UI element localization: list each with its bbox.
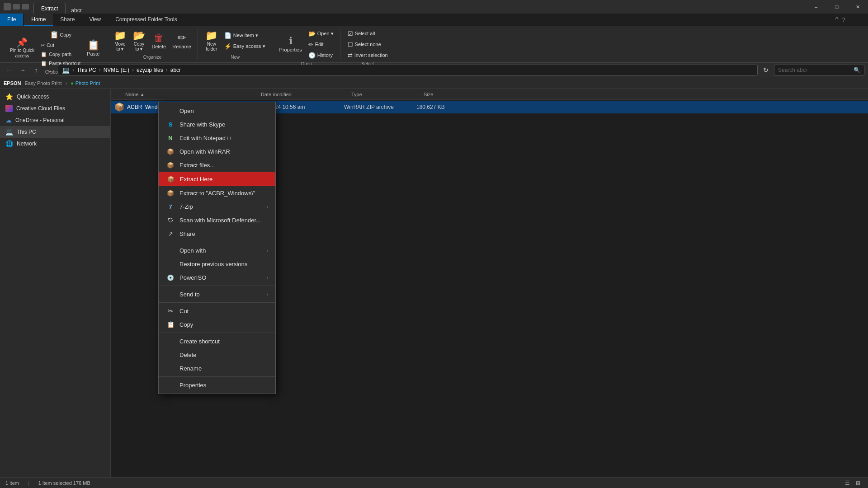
this-pc-label: This PC: [17, 129, 36, 135]
ctx-create-shortcut[interactable]: Create shortcut: [159, 334, 275, 348]
path-ezyzip[interactable]: ezyzip files: [137, 67, 163, 73]
search-placeholder: Search abcr: [778, 67, 807, 73]
titlebar-controls: – □ ✕: [806, 0, 868, 14]
cut-icon: ✂: [41, 42, 45, 48]
paste-icon: 📋: [87, 40, 99, 50]
epson-link[interactable]: ● Photo Print: [71, 80, 100, 86]
col-header-size[interactable]: Size: [422, 92, 467, 97]
ctx-share[interactable]: ↗ Share: [159, 227, 275, 240]
path-thispc[interactable]: This PC: [77, 67, 96, 73]
paste-button[interactable]: 📋 Paste: [84, 37, 102, 60]
history-button[interactable]: 🕓 History: [306, 51, 336, 60]
select-none-button[interactable]: ☐ Select none: [345, 40, 384, 49]
ribbon-group-organize: 📁 Moveto ▾ 📂 Copyto ▾ 🗑 Delete ✏ Rename …: [107, 29, 198, 60]
easy-access-button[interactable]: ⚡ Easy access ▾: [222, 42, 268, 51]
ribbon-group-clipboard: 📌 Pin to Quickaccess 📋 Copy ✂ Cut 📋 Copy…: [4, 29, 106, 60]
up-button[interactable]: ↑: [31, 65, 42, 75]
ctx-share-skype[interactable]: S Share with Skype: [159, 117, 275, 131]
sidebar-item-onedrive[interactable]: ☁ OneDrive - Personal: [0, 114, 110, 126]
ribbon-help-button[interactable]: ?: [842, 16, 845, 23]
pin-to-quick-access-button[interactable]: 📌 Pin to Quickaccess: [7, 37, 37, 60]
new-item-button[interactable]: 📄 New item ▾: [222, 31, 268, 40]
address-path[interactable]: 💻 › This PC › NVME (E:) › ezyzip files ›…: [58, 65, 758, 75]
copy-button[interactable]: 📋 Copy: [38, 29, 83, 41]
tab-compressed[interactable]: Compressed Folder Tools: [108, 14, 184, 26]
tab-view[interactable]: View: [82, 14, 108, 26]
ctx-scan-defender[interactable]: 🛡 Scan with Microsoft Defender...: [159, 213, 275, 227]
ctx-copy-icon: 📋: [166, 320, 175, 329]
select-all-button[interactable]: ☑ Select all: [345, 29, 378, 38]
ctx-delete[interactable]: Delete: [159, 348, 275, 361]
col-header-name[interactable]: Name ▲: [123, 92, 259, 97]
edit-button[interactable]: ✏ Edit: [306, 40, 336, 49]
ctx-extract-files[interactable]: 📦 Extract files...: [159, 158, 275, 172]
ctx-open-with[interactable]: Open with ›: [159, 244, 275, 257]
ctx-open-winrar[interactable]: 📦 Open with WinRAR: [159, 145, 275, 158]
ribbon-tabs: File Home Share View Compressed Folder T…: [0, 14, 868, 26]
ctx-extract-files-label: Extract files...: [179, 162, 268, 169]
props-icon: ℹ: [289, 36, 292, 46]
ctx-7zip[interactable]: 7 7-Zip ›: [159, 200, 275, 213]
copy-to-button[interactable]: 📂 Copyto ▾: [130, 29, 148, 53]
properties-button[interactable]: ℹ Properties: [277, 33, 305, 56]
close-button[interactable]: ✕: [847, 0, 868, 14]
forward-button[interactable]: →: [17, 65, 28, 75]
maximize-button[interactable]: □: [826, 0, 847, 14]
ctx-properties[interactable]: Properties: [159, 378, 275, 392]
sidebar-item-creative-cloud[interactable]: Creative Cloud Files: [0, 103, 110, 114]
ctx-poweriso[interactable]: 💿 PowerISO ›: [159, 271, 275, 284]
sidebar-item-quick-access[interactable]: ⭐ Quick access: [0, 91, 110, 103]
path-pc-icon: 💻: [62, 66, 70, 74]
search-box[interactable]: Search abcr 🔍: [774, 65, 864, 75]
titlebar: Extract abcr – □ ✕: [0, 0, 868, 14]
cut-button[interactable]: ✂ Cut: [38, 41, 83, 50]
context-menu: Open S Share with Skype N Edit with Note…: [158, 102, 276, 394]
path-nvme[interactable]: NVME (E:): [104, 67, 129, 73]
path-abcr[interactable]: abcr: [170, 67, 181, 73]
ribbon-collapse-button[interactable]: ^: [835, 16, 839, 24]
ctx-shortcut-icon: [166, 337, 175, 346]
tab-share[interactable]: Share: [53, 14, 82, 26]
ctx-extract-here[interactable]: 📦 Extract Here: [159, 172, 275, 186]
delete-label: Delete: [151, 44, 166, 49]
col-header-date[interactable]: Date modified: [259, 92, 349, 97]
ctx-copy[interactable]: 📋 Copy: [159, 318, 275, 331]
titlebar-minimize-indicator: [13, 4, 20, 9]
tab-file[interactable]: File: [0, 14, 23, 26]
creative-cloud-label: Creative Cloud Files: [16, 105, 65, 112]
ctx-7zip-label: 7-Zip: [179, 203, 262, 210]
ctx-extract-files-icon: 📦: [166, 160, 175, 169]
ctx-extract-to[interactable]: 📦 Extract to "ACBR_Windows\": [159, 186, 275, 200]
move-to-button[interactable]: 📁 Moveto ▾: [111, 29, 129, 53]
statusbar: 1 item | 1 item selected 176 MB ☰ ⊞: [0, 477, 868, 488]
ctx-restore-versions[interactable]: Restore previous versions: [159, 257, 275, 271]
copy-path-label: Copy path: [49, 52, 71, 57]
invert-selection-button[interactable]: ⇄ Invert selection: [345, 51, 391, 60]
tab-home[interactable]: Home: [24, 14, 53, 26]
new-item-icon: 📄: [224, 32, 231, 39]
ctx-skype-label: Share with Skype: [179, 121, 268, 128]
back-button[interactable]: ←: [4, 65, 14, 75]
tab-extract[interactable]: Extract: [33, 3, 66, 14]
refresh-button[interactable]: ↻: [760, 65, 771, 75]
copy-path-button[interactable]: 📋 Copy path: [38, 50, 83, 59]
view-large-icons-button[interactable]: ⊞: [854, 479, 863, 487]
recent-locations-button[interactable]: ⌄: [44, 65, 55, 75]
col-header-type[interactable]: Type: [349, 92, 422, 97]
status-selected-info: 1 item selected 176 MB: [38, 480, 90, 486]
delete-button[interactable]: 🗑 Delete: [149, 29, 169, 53]
view-details-button[interactable]: ☰: [843, 479, 852, 487]
ctx-open[interactable]: Open: [159, 104, 275, 117]
open-button[interactable]: 📂 Open ▾: [306, 29, 336, 38]
ctx-send-to[interactable]: Send to ›: [159, 287, 275, 301]
ctx-rename[interactable]: Rename: [159, 361, 275, 375]
titlebar-left: [4, 3, 29, 10]
ctx-edit-notepad[interactable]: N Edit with Notepad++: [159, 131, 275, 145]
minimize-button[interactable]: –: [806, 0, 826, 14]
sidebar-item-network[interactable]: 🌐 Network: [0, 138, 110, 150]
sidebar-item-this-pc[interactable]: 💻 This PC: [0, 126, 110, 138]
ctx-defender-icon: 🛡: [166, 216, 175, 225]
rename-button[interactable]: ✏ Rename: [170, 29, 194, 53]
new-folder-button[interactable]: 📁 Newfolder: [203, 29, 221, 53]
ctx-cut[interactable]: ✂ Cut: [159, 304, 275, 318]
